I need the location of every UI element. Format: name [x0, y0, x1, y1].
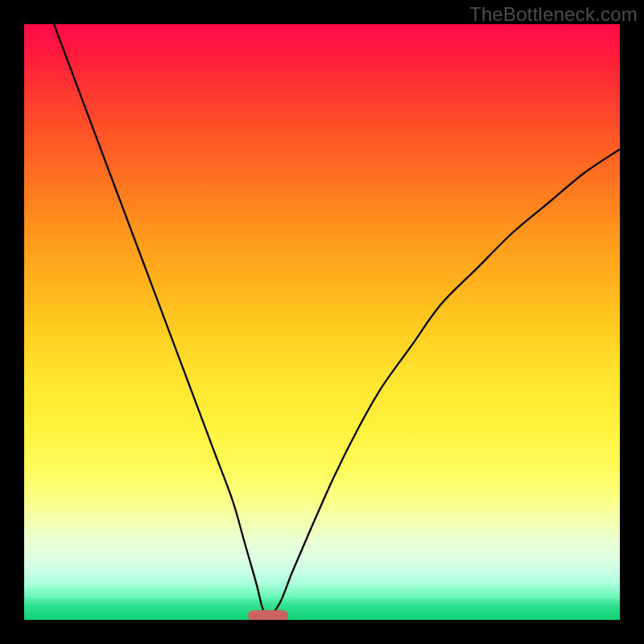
- plot-area: [24, 24, 620, 620]
- sweet-spot-marker: [248, 610, 288, 620]
- bottleneck-curve: [24, 24, 620, 620]
- watermark-text: TheBottleneck.com: [469, 3, 638, 26]
- chart-frame: TheBottleneck.com: [0, 0, 644, 644]
- curve-right-branch: [268, 149, 620, 620]
- curve-left-branch: [54, 24, 268, 620]
